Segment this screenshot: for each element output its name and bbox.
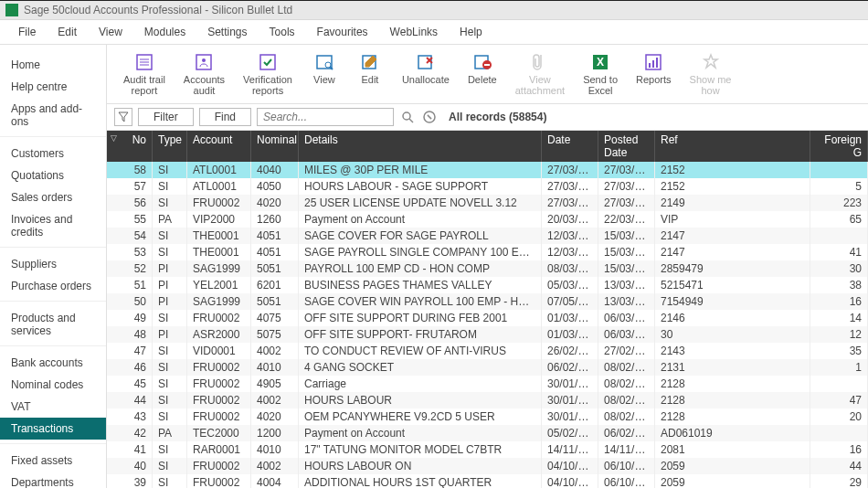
sidebar-item-invoices-and-credits[interactable]: Invoices and credits — [0, 208, 106, 243]
clear-icon[interactable] — [421, 109, 438, 125]
search-input[interactable] — [257, 108, 394, 126]
table-row[interactable]: 48PIASR20005075OFF SITE SUPPORT- FRUTARO… — [107, 326, 868, 343]
table-row[interactable]: 55PAVIP20001260Payment on Account20/03/2… — [107, 211, 868, 228]
cell: 16 — [810, 441, 868, 458]
toolbar-verify[interactable]: Verification reports — [234, 50, 302, 98]
sidebar-item-home[interactable]: Home — [0, 54, 106, 76]
table-row[interactable]: 47SIVID00014002TO CONDUCT REVIEW OF ANTI… — [107, 343, 868, 359]
toolbar-accounts[interactable]: Accounts audit — [175, 50, 234, 98]
cell: 5051 — [251, 293, 299, 310]
menu-file[interactable]: File — [7, 20, 47, 44]
unalloc-icon — [416, 52, 436, 72]
menu-edit[interactable]: Edit — [47, 20, 88, 44]
menu-view[interactable]: View — [88, 20, 133, 44]
sidebar-item-sales-orders[interactable]: Sales orders — [0, 186, 106, 208]
col-no[interactable]: No — [107, 131, 153, 162]
table-row[interactable]: 56SIFRU0002402025 USER LICENSE UPDATE NO… — [107, 195, 868, 211]
cell: HOURS LABOUR - SAGE SUPPORT — [299, 178, 542, 195]
menu-tools[interactable]: Tools — [259, 20, 306, 44]
sidebar-item-help-centre[interactable]: Help centre — [0, 76, 106, 98]
cell: 45 — [107, 376, 153, 392]
table-row[interactable]: 58SIATL00014040MILES @ 30P PER MILE27/03… — [107, 162, 868, 178]
toolbar-label: Reports — [636, 74, 672, 85]
filter-button[interactable]: Filter — [138, 108, 194, 126]
sidebar-item-suppliers[interactable]: Suppliers — [0, 253, 106, 275]
toolbar-edit[interactable]: Edit — [347, 50, 393, 98]
table-row[interactable]: 42PATEC20001200Payment on Account05/02/2… — [107, 425, 868, 441]
menu-modules[interactable]: Modules — [133, 20, 196, 44]
cell: 08/02/2001 — [598, 376, 655, 392]
table-row[interactable]: 51PIYEL20016201BUSINESS PAGES THAMES VAL… — [107, 277, 868, 293]
table-row[interactable]: 45SIFRU00024905Carriage30/01/200108/02/2… — [107, 376, 868, 392]
toolbar-excel[interactable]: XSend to Excel — [574, 50, 627, 98]
sidebar-item-customers[interactable]: Customers — [0, 143, 106, 164]
sidebar-item-transactions[interactable]: Transactions — [0, 418, 106, 440]
col-nominal[interactable]: Nominal — [251, 131, 299, 162]
cell: VIP — [655, 211, 810, 228]
sidebar-item-purchase-orders[interactable]: Purchase orders — [0, 275, 106, 297]
sidebar-item-vat[interactable]: VAT — [0, 396, 106, 418]
col-foreign[interactable]: Foreign G — [810, 131, 868, 162]
cell: TEC2000 — [187, 425, 251, 441]
table-row[interactable]: 54SITHE00014051SAGE COVER FOR SAGE PAYRO… — [107, 228, 868, 244]
sidebar-item-quotations[interactable]: Quotations — [0, 164, 106, 186]
cell: 4075 — [251, 310, 299, 326]
cell: 27/03/2001 — [598, 162, 655, 178]
table-row[interactable]: 53SITHE00014051SAGE PAYROLL SINGLE COMPA… — [107, 244, 868, 260]
table-row[interactable]: 41SIRAR0001401017" TATUNG MONITOR MODEL … — [107, 441, 868, 458]
col-date[interactable]: Date — [542, 131, 598, 162]
svg-rect-20 — [649, 63, 651, 68]
table-row[interactable]: 43SIFRU00024020OEM PCANYWHERE V9.2CD 5 U… — [107, 408, 868, 425]
cell: 20 — [810, 408, 868, 425]
find-button[interactable]: Find — [199, 108, 251, 126]
cell: 47 — [810, 392, 868, 408]
cell: 4 GANG SOCKET — [299, 359, 542, 376]
table-row[interactable]: 50PISAG19995051SAGE COVER WIN PAYROLL 10… — [107, 293, 868, 310]
cell: 16 — [810, 293, 868, 310]
col-type[interactable]: Type — [153, 131, 187, 162]
toolbar-view[interactable]: View — [302, 50, 347, 98]
table-row[interactable]: 39SIFRU00024004ADDITIONAL HOURS 1ST QUAR… — [107, 474, 868, 488]
cell: 58 — [107, 162, 153, 178]
menu-settings[interactable]: Settings — [196, 20, 258, 44]
menu-help[interactable]: Help — [449, 20, 493, 44]
funnel-icon[interactable] — [114, 108, 132, 126]
sidebar-item-nominal-codes[interactable]: Nominal codes — [0, 374, 106, 396]
table-row[interactable]: 46SIFRU000240104 GANG SOCKET06/02/200108… — [107, 359, 868, 376]
cell: 53 — [107, 244, 153, 260]
table-row[interactable]: 40SIFRU00024002HOURS LABOUR ON04/10/2000… — [107, 458, 868, 474]
sidebar-item-departments[interactable]: Departments — [0, 472, 106, 488]
cell: 06/10/2000 — [598, 474, 655, 488]
col-details[interactable]: Details — [299, 131, 542, 162]
cell: 4020 — [251, 195, 299, 211]
table-row[interactable]: 57SIATL00014050HOURS LABOUR - SAGE SUPPO… — [107, 178, 868, 195]
edit-icon — [360, 52, 380, 72]
search-icon[interactable] — [399, 109, 416, 125]
sidebar-item-apps-and-add-ons[interactable]: Apps and add-ons — [0, 98, 106, 133]
menu-favourites[interactable]: Favourites — [306, 20, 379, 44]
sidebar-item-products-and-services[interactable]: Products and services — [0, 307, 106, 342]
cell: 56 — [107, 195, 153, 211]
col-posted[interactable]: Posted Date — [598, 131, 655, 162]
toolbar-unalloc[interactable]: Unallocate — [393, 50, 459, 98]
col-account[interactable]: Account — [187, 131, 251, 162]
sidebar-item-fixed-assets[interactable]: Fixed assets — [0, 450, 106, 472]
cell: 27/03/2001 — [542, 162, 598, 178]
cell: 7154949 — [655, 293, 810, 310]
cell: ATL0001 — [187, 162, 251, 178]
cell — [810, 376, 868, 392]
cell: VIP2000 — [187, 211, 251, 228]
table-row[interactable]: 49SIFRU00024075OFF SITE SUPPORT DURING F… — [107, 310, 868, 326]
sidebar-item-bank-accounts[interactable]: Bank accounts — [0, 352, 106, 374]
col-ref[interactable]: Ref — [655, 131, 810, 162]
toolbar-reports[interactable]: Reports — [627, 50, 681, 98]
cell: 27/03/2001 — [542, 195, 598, 211]
menu-weblinks[interactable]: WebLinks — [379, 20, 449, 44]
table-row[interactable]: 44SIFRU00024002HOURS LABOUR30/01/200108/… — [107, 392, 868, 408]
toolbar-delete[interactable]: Delete — [459, 50, 506, 98]
table-row[interactable]: 52PISAG19995051PAYROLL 100 EMP CD - HON … — [107, 260, 868, 277]
toolbar-attach: View attachment — [506, 50, 574, 98]
cell: 06/03/2001 — [598, 310, 655, 326]
cell: 2859479 — [655, 260, 810, 277]
toolbar-audit[interactable]: Audit trail report — [114, 50, 175, 98]
